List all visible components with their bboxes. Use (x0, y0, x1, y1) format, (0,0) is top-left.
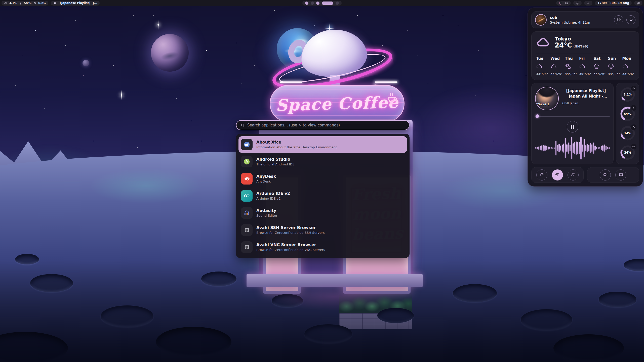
waveform-bar (552, 148, 553, 149)
powersave-mode-button[interactable] (568, 169, 579, 180)
waveform-bar (555, 141, 557, 155)
now-playing-pill[interactable]: 【Japanese Playlist】 J... (51, 1, 100, 6)
speedometer-icon (539, 172, 544, 178)
waveform-bar (544, 145, 546, 151)
power-icon (629, 17, 633, 23)
forecast-day: Sat36°/26° (593, 56, 606, 76)
workspace-dot[interactable] (322, 2, 333, 5)
day-label: Wed (550, 56, 560, 61)
settings-button[interactable] (614, 15, 623, 24)
power-button[interactable] (626, 15, 635, 24)
storm-weather-icon (608, 63, 615, 70)
workspace-dot[interactable] (311, 2, 314, 5)
avatar[interactable] (535, 14, 547, 26)
app-name: Avahi VNC Server Browser (256, 242, 325, 247)
day-temps: 33°/24° (536, 72, 548, 76)
phone-link-icon[interactable] (559, 2, 562, 5)
waveform-bar (609, 147, 610, 149)
waveform-bar (535, 147, 536, 149)
waveform-bar (585, 145, 586, 151)
play-pause-button[interactable] (567, 121, 578, 132)
volume-pill[interactable] (584, 1, 592, 6)
app-description: The official Android IDE (256, 163, 295, 166)
rain-weather-icon (593, 63, 600, 70)
app-name: Android Studio (256, 157, 295, 162)
day-temps: 36°/26° (593, 72, 606, 76)
day-temps: 33°/26° (608, 72, 620, 76)
app-description: Sound Editor (256, 214, 277, 217)
day-temps: 33°/26° (565, 72, 577, 76)
launcher-result-row[interactable]: AudacitySound Editor (238, 205, 407, 221)
launcher-results: About XfceInformation about the Xfce Des… (236, 134, 410, 258)
system-stats-pill[interactable]: 3.1% 54°C 6.8G (2, 1, 48, 6)
launcher-result-row[interactable]: Android StudioThe official Android IDE (238, 153, 407, 170)
launcher-result-row[interactable]: Avahi SSH Server BrowserBrowse for Zeroc… (238, 222, 407, 238)
desktop: Fresh moon beans Space Coffee (0, 0, 644, 362)
thermo-gauge-icon (631, 105, 636, 111)
media-player-card: TOKYO L 【Japanese Playlist】 Japan All Ni… (531, 83, 614, 164)
now-playing-label: 【Japanese Playlist】 J... (58, 1, 97, 5)
clock-label: 17:09 - Tue, 19 Aug (597, 1, 629, 5)
seek-thumb[interactable] (536, 114, 539, 118)
waveform-bar (562, 145, 563, 152)
album-art[interactable]: TOKYO L (535, 87, 559, 110)
waveform-bar (566, 144, 568, 152)
workspace-dot[interactable] (305, 2, 308, 5)
launcher-search[interactable] (236, 120, 410, 130)
waveform-bar (560, 146, 561, 151)
speaker-icon (587, 2, 590, 5)
waveform-bar (548, 147, 549, 150)
audio-visualizer (535, 134, 610, 161)
performance-mode-button[interactable] (536, 169, 547, 180)
divider (536, 53, 634, 53)
waveform-bar (570, 145, 571, 151)
launcher-result-row[interactable]: AnyDeskAnyDesk (238, 170, 407, 187)
forecast-day: Sun33°/26° (608, 56, 620, 76)
launcher-result-row[interactable]: Avahi VNC Server BrowserBrowse for Zeroc… (238, 239, 407, 255)
waveform-bar (601, 146, 602, 150)
app-name: Audacity (256, 208, 277, 213)
day-label: Tue (536, 56, 543, 61)
launcher-result-row[interactable]: Arduino IDE v2Arduino IDE v2 (238, 188, 407, 204)
waveform-bar (568, 143, 569, 154)
system-gauge: 54°C (620, 106, 636, 122)
app-name: Arduino IDE v2 (256, 191, 290, 196)
waveform-bar (594, 146, 596, 151)
cloud-weather-icon (622, 63, 629, 70)
launcher-result-row[interactable]: About XfceInformation about the Xfce Des… (238, 136, 407, 153)
cloud-weather-icon (550, 63, 557, 70)
weather-timezone: (GMT+9) (573, 45, 588, 48)
clock-pill[interactable]: 17:09 - Tue, 19 Aug (595, 1, 632, 6)
search-input[interactable] (247, 123, 405, 127)
workspace-dot[interactable] (316, 2, 319, 5)
waveform-bar (551, 147, 552, 149)
xfce-app-icon (241, 139, 253, 150)
waveform-bar (579, 142, 580, 154)
day-label: Mon (622, 56, 631, 61)
notifications-pill[interactable] (573, 1, 582, 6)
day-label: Thu (565, 56, 573, 61)
gear-icon (617, 17, 621, 23)
workspace-dot[interactable] (336, 2, 339, 5)
screenshot-button[interactable] (615, 169, 626, 180)
chip-gauge-icon (631, 124, 636, 130)
memory-icon (33, 2, 36, 5)
waveform-bar (546, 146, 547, 150)
screenshot-icon[interactable] (565, 2, 568, 5)
day-temps: 33°/26° (622, 72, 634, 76)
video-camera-icon (603, 172, 608, 178)
waveform-bar (588, 145, 589, 151)
temperature-icon (19, 2, 22, 5)
screen-record-button[interactable] (600, 169, 611, 180)
balanced-mode-button[interactable] (552, 169, 563, 180)
waveform-bar (591, 144, 593, 152)
waveform-bar (576, 142, 577, 155)
workspace-indicator[interactable] (302, 1, 342, 6)
waveform-bar (540, 146, 541, 150)
waveform-bar (607, 147, 608, 149)
control-panel: seb System Uptime: 4h11m Tokyo 24°C(GMT+… (528, 8, 643, 187)
seek-slider[interactable] (535, 114, 610, 118)
waveform-bar (549, 147, 550, 149)
app-grid-pill[interactable] (634, 1, 642, 6)
pause-icon (53, 2, 57, 5)
